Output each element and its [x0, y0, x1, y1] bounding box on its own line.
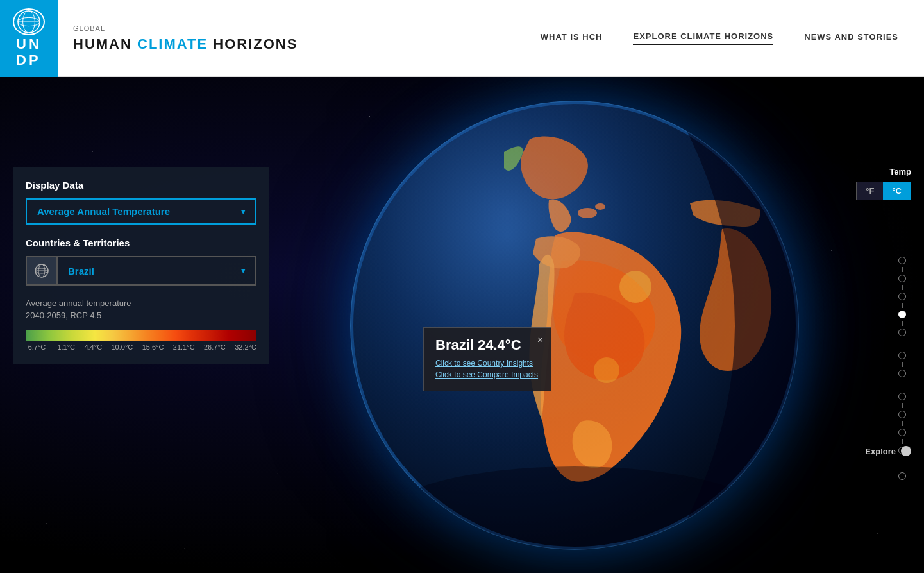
- timeline-dot-3[interactable]: [898, 293, 906, 300]
- globe-container[interactable]: [350, 101, 799, 550]
- celsius-button[interactable]: °C: [883, 182, 911, 200]
- scale-label-3: 10.0°C: [111, 343, 133, 351]
- country-dropdown-container: Brazil ▾: [26, 256, 256, 286]
- timeline-dot-12[interactable]: [898, 472, 906, 480]
- timeline-line-3: [902, 303, 903, 308]
- title-climate: CLIMATE: [137, 36, 208, 52]
- color-bar: [26, 330, 256, 341]
- country-dropdown[interactable]: Brazil ▾: [26, 256, 256, 286]
- timeline-line-2: [902, 285, 903, 290]
- data-period: 2040-2059, RCP 4.5: [26, 311, 256, 320]
- undp-emblem-svg: [17, 10, 41, 34]
- timeline-line-8: [902, 439, 903, 444]
- country-name: Brazil: [68, 266, 94, 277]
- display-data-label: Display Data: [26, 180, 256, 191]
- tooltip-title: Brazil 24.4°C: [435, 337, 539, 354]
- main-nav: WHAT IS HCH EXPLORE CLIMATE HORIZONS NEW…: [541, 31, 924, 45]
- timeline-line-7: [902, 421, 903, 426]
- map-area: Brazil 24.4°C × Click to see Country Ins…: [0, 77, 924, 573]
- timeline-dot-5[interactable]: [898, 329, 906, 336]
- site-title: HUMAN CLIMATE HORIZONS: [73, 36, 525, 53]
- countries-label: Countries & Territories: [26, 237, 256, 248]
- title-human: HUMAN: [73, 36, 137, 52]
- explore-label: Explore: [865, 447, 896, 456]
- nav-explore[interactable]: EXPLORE CLIMATE HORIZONS: [633, 31, 773, 45]
- undp-logo: UN DP: [10, 13, 48, 64]
- color-scale: -6.7°C -1.1°C 4.4°C 10.0°C 15.6°C 21.1°C…: [26, 330, 256, 351]
- country-tooltip: Brazil 24.4°C × Click to see Country Ins…: [423, 327, 551, 391]
- undp-logo-container: UN DP: [0, 0, 58, 77]
- nav-what-is-hch[interactable]: WHAT IS HCH: [541, 32, 603, 44]
- scale-label-5: 21.1°C: [173, 343, 195, 351]
- timeline-dot-7[interactable]: [898, 370, 906, 377]
- timeline-dot-6[interactable]: [898, 352, 906, 359]
- country-globe-icon: [27, 257, 58, 284]
- timeline-dot-4[interactable]: [898, 311, 906, 318]
- timeline-line-5: [902, 362, 903, 367]
- country-select-value[interactable]: Brazil ▾: [58, 259, 255, 283]
- nav-news[interactable]: NEWS AND STORIES: [804, 32, 898, 44]
- country-dropdown-arrow-icon: ▾: [241, 266, 245, 275]
- timeline-dot-10[interactable]: [898, 429, 906, 436]
- scale-labels: -6.7°C -1.1°C 4.4°C 10.0°C 15.6°C 21.1°C…: [26, 343, 256, 351]
- timeline-line-4: [902, 321, 903, 326]
- brand-section: GLOBAL HUMAN CLIMATE HORIZONS: [58, 24, 541, 53]
- scale-label-4: 15.6°C: [142, 343, 164, 351]
- left-panel: Display Data Average Annual Temperature …: [13, 167, 269, 364]
- fahrenheit-button[interactable]: °F: [857, 182, 883, 200]
- display-data-dropdown-container: Average Annual Temperature ▾: [26, 198, 256, 225]
- timeline-dot-2[interactable]: [898, 275, 906, 282]
- timeline-line-1: [902, 267, 903, 272]
- scale-label-2: 4.4°C: [84, 343, 102, 351]
- scale-label-6: 26.7°C: [204, 343, 226, 351]
- scale-label-7: 32.2°C: [235, 343, 256, 351]
- breadcrumb: GLOBAL: [73, 24, 525, 32]
- undp-emblem: [13, 8, 45, 35]
- tooltip-close-button[interactable]: ×: [537, 334, 543, 346]
- undp-text: UN DP: [16, 37, 42, 67]
- dropdown-selected-value: Average Annual Temperature: [37, 206, 170, 217]
- country-insights-link[interactable]: Click to see Country Insights: [435, 359, 539, 368]
- explore-dot[interactable]: [901, 446, 911, 456]
- scale-label-0: -6.7°C: [26, 343, 46, 351]
- display-data-dropdown[interactable]: Average Annual Temperature ▾: [26, 198, 256, 225]
- temp-toggle-panel: Temp °F °C: [856, 167, 911, 200]
- timeline-dot-9[interactable]: [898, 411, 906, 418]
- title-horizons: HORIZONS: [208, 36, 298, 52]
- timeline-dot-1[interactable]: [898, 257, 906, 264]
- globe[interactable]: [350, 101, 799, 550]
- timeline-dot-8[interactable]: [898, 393, 906, 400]
- timeline-line-6: [902, 403, 903, 408]
- globe-svg: [350, 101, 799, 550]
- header: UN DP GLOBAL HUMAN CLIMATE HORIZONS WHAT…: [0, 0, 924, 77]
- dropdown-arrow-icon: ▾: [241, 207, 245, 216]
- data-description: Average annual temperature: [26, 298, 256, 308]
- scale-label-1: -1.1°C: [55, 343, 75, 351]
- temp-unit-toggle: °F °C: [856, 182, 911, 200]
- compare-impacts-link[interactable]: Click to see Compare Impacts: [435, 370, 539, 379]
- temp-label: Temp: [889, 167, 911, 176]
